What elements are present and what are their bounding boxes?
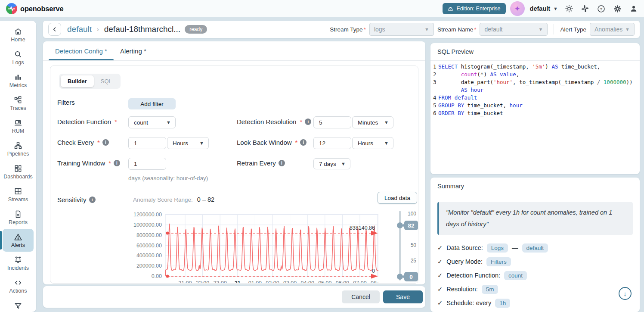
- back-button[interactable]: [48, 23, 61, 36]
- info-icon[interactable]: i: [114, 160, 120, 166]
- svg-text:21: 21: [235, 280, 241, 284]
- info-icon[interactable]: i: [300, 139, 307, 146]
- look-back-input[interactable]: 12: [313, 137, 351, 149]
- summary-quote: "Monitor "default" every 1h for count an…: [437, 202, 633, 235]
- detection-function-select[interactable]: count ▼: [128, 116, 176, 128]
- stream-name-value: default: [484, 26, 502, 33]
- summary-row: ✓Detection Function:count: [437, 271, 633, 280]
- summary-text: Schedule: every: [446, 300, 491, 306]
- check-every-input[interactable]: 1: [128, 137, 166, 149]
- ai-assistant-button[interactable]: ✦: [510, 1, 525, 16]
- stream-type-select[interactable]: logs ▼: [369, 23, 434, 36]
- slider-tick-50: 50: [403, 242, 416, 248]
- sidebar-item-pipelines[interactable]: Pipelines: [0, 137, 36, 160]
- svg-text:04:00: 04:00: [301, 280, 314, 284]
- sql-line: 4FROM default: [433, 94, 637, 102]
- svg-text:06:00: 06:00: [336, 280, 349, 284]
- info-icon[interactable]: i: [89, 197, 96, 203]
- alert-type-value: Anomalies: [594, 26, 622, 33]
- summary-text: Detection Function:: [446, 272, 500, 279]
- code-brackets-icon: [14, 278, 22, 287]
- save-button[interactable]: Save: [383, 290, 423, 303]
- load-data-button[interactable]: Load data: [378, 192, 417, 204]
- check-every-label: Check Every*i: [57, 139, 109, 146]
- summary-checklist: ✓Data Source:Logs—default✓Query Mode:Fil…: [430, 243, 640, 308]
- sidebar-item-filter[interactable]: [0, 297, 36, 312]
- check-every-unit-select[interactable]: Hours ▼: [167, 137, 209, 149]
- summary-title: Summary: [430, 178, 640, 195]
- info-icon[interactable]: i: [102, 139, 109, 146]
- sidebar-item-metrics[interactable]: Metrics: [0, 69, 36, 92]
- sql-line: 1SELECT histogram(_timestamp, '5m') AS t…: [433, 63, 637, 71]
- chevron-down-icon: ▼: [553, 6, 558, 11]
- streams-table-icon: [14, 187, 22, 196]
- summary-row: ✓Data Source:Logs—default: [437, 243, 633, 253]
- chevron-down-icon: ▼: [384, 120, 389, 125]
- sidebar-item-actions[interactable]: Actions: [0, 275, 36, 297]
- edition-badge[interactable]: Edition: Enterprise: [443, 3, 505, 14]
- sidebar-item-incidents[interactable]: Incidents: [0, 252, 36, 275]
- help-icon[interactable]: ?: [597, 4, 606, 13]
- theme-toggle-icon[interactable]: [565, 4, 573, 13]
- tab-alerting[interactable]: Alerting *: [114, 41, 153, 60]
- sidebar-item-alerts[interactable]: Alerts: [3, 229, 34, 252]
- sidebar-item-traces[interactable]: Traces: [0, 92, 36, 115]
- settings-gear-icon[interactable]: [613, 4, 622, 13]
- add-filter-button[interactable]: Add filter: [128, 98, 176, 109]
- toggle-sql[interactable]: SQL: [94, 75, 119, 87]
- svg-text:02:00: 02:00: [266, 280, 279, 284]
- info-icon[interactable]: i: [279, 160, 285, 166]
- breadcrumb-separator: ›: [97, 26, 99, 33]
- breadcrumb-parent-link[interactable]: default: [67, 25, 92, 34]
- svg-text:22:00: 22:00: [196, 280, 209, 284]
- org-selector-value: default: [530, 5, 551, 12]
- look-back-unit-select[interactable]: Hours ▼: [352, 137, 393, 149]
- summary-text: Resolution:: [446, 286, 478, 293]
- toggle-builder[interactable]: Builder: [61, 75, 94, 87]
- slack-icon[interactable]: [581, 4, 589, 13]
- detection-resolution-input[interactable]: 5: [313, 116, 351, 128]
- svg-text:03:00: 03:00: [283, 280, 297, 284]
- svg-text:838140.86: 838140.86: [350, 225, 375, 231]
- svg-text:23:00: 23:00: [214, 280, 227, 284]
- retrain-every-label: Retrain Everyi: [237, 159, 285, 167]
- bell-icon: [14, 256, 22, 264]
- svg-text:400000.00: 400000.00: [136, 253, 162, 259]
- sidebar-item-rum[interactable]: RUM: [0, 115, 36, 137]
- traces-nodes-icon: [14, 96, 22, 104]
- sql-code: 1SELECT histogram(_timestamp, '5m') AS t…: [430, 61, 640, 119]
- summary-chip: Logs: [487, 243, 508, 253]
- slider-upper-value: 82: [404, 221, 418, 230]
- org-selector[interactable]: default ▼: [530, 5, 558, 12]
- sidebar-item-reports[interactable]: Reports: [0, 206, 36, 229]
- check-icon: ✓: [437, 286, 443, 293]
- tab-detection-config[interactable]: Detection Config *: [49, 41, 114, 60]
- cancel-button[interactable]: Cancel: [342, 290, 380, 303]
- info-icon[interactable]: i: [305, 119, 311, 125]
- detection-resolution-unit-select[interactable]: Minutes ▼: [352, 116, 393, 128]
- profile-icon[interactable]: [629, 4, 638, 13]
- summary-text: Query Mode:: [446, 258, 483, 265]
- chevron-down-icon: ▼: [166, 120, 171, 125]
- sidebar-item-streams[interactable]: Streams: [0, 183, 36, 206]
- chevron-down-icon: ▼: [539, 27, 543, 32]
- scroll-down-button[interactable]: ↓: [619, 287, 632, 300]
- sidebar-item-home[interactable]: Home: [0, 23, 36, 46]
- edition-badge-label: Edition: Enterprise: [456, 6, 500, 12]
- slider-tick-100: 100: [403, 211, 416, 217]
- summary-chip: default: [522, 243, 548, 253]
- divider: [554, 24, 554, 34]
- sidebar-item-logs[interactable]: Logs: [0, 46, 36, 69]
- sidebar-item-dashboards[interactable]: Dashboards: [0, 160, 36, 183]
- config-tabs: Detection Config * Alerting *: [43, 41, 425, 61]
- svg-text:21:00: 21:00: [178, 280, 192, 284]
- training-window-hint: days (seasonality: hour-of-day): [128, 175, 208, 181]
- chevron-left-icon: [52, 26, 58, 32]
- training-window-input[interactable]: 1: [128, 158, 166, 170]
- alert-type-select[interactable]: Anomalies ▼: [590, 23, 635, 36]
- stream-name-select[interactable]: default ▼: [480, 23, 548, 36]
- breadcrumb-current: defaul-18thmarchcl...: [104, 25, 180, 34]
- retrain-every-select[interactable]: 7 days ▼: [313, 158, 350, 169]
- svg-text:07:00: 07:00: [353, 280, 366, 284]
- sensitivity-slider-track[interactable]: [399, 211, 401, 281]
